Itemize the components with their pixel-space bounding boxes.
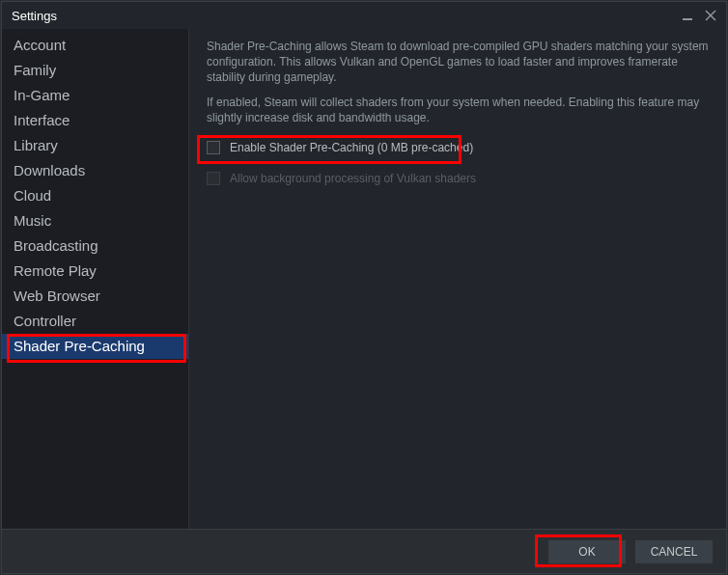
sidebar-item-library[interactable]: Library <box>2 133 188 158</box>
sidebar: Account Family In-Game Interface Library… <box>2 29 189 529</box>
sidebar-item-broadcasting[interactable]: Broadcasting <box>2 233 188 259</box>
svg-rect-0 <box>683 18 692 20</box>
footer: OK CANCEL <box>2 529 726 573</box>
checkbox-background-processing <box>207 172 220 185</box>
sidebar-item-account[interactable]: Account <box>2 33 188 58</box>
sidebar-item-shader-pre-caching[interactable]: Shader Pre-Caching <box>2 334 188 359</box>
close-icon[interactable] <box>703 8 718 23</box>
ok-button[interactable]: OK <box>548 540 626 563</box>
content-pane: Shader Pre-Caching allows Steam to downl… <box>189 29 726 529</box>
sidebar-item-cloud[interactable]: Cloud <box>2 183 188 208</box>
cancel-button[interactable]: CANCEL <box>635 540 713 563</box>
body: Account Family In-Game Interface Library… <box>2 29 726 529</box>
sidebar-item-controller[interactable]: Controller <box>2 309 188 334</box>
description-text-2: If enabled, Steam will collect shaders f… <box>207 95 709 125</box>
sidebar-item-in-game[interactable]: In-Game <box>2 83 188 108</box>
settings-window: Settings Account Family In-Game Interfac… <box>1 1 727 574</box>
sidebar-item-downloads[interactable]: Downloads <box>2 158 188 183</box>
sidebar-item-family[interactable]: Family <box>2 58 188 83</box>
option-background-label: Allow background processing of Vulkan sh… <box>230 172 476 185</box>
option-enable-label: Enable Shader Pre-Caching (0 MB pre-cach… <box>230 141 473 154</box>
sidebar-item-music[interactable]: Music <box>2 208 188 233</box>
sidebar-item-interface[interactable]: Interface <box>2 108 188 133</box>
option-background-row: Allow background processing of Vulkan sh… <box>207 166 709 191</box>
minimize-icon[interactable] <box>680 8 695 23</box>
window-title: Settings <box>12 9 57 23</box>
sidebar-item-web-browser[interactable]: Web Browser <box>2 284 188 309</box>
titlebar: Settings <box>2 2 726 29</box>
description-text-1: Shader Pre-Caching allows Steam to downl… <box>207 39 709 85</box>
window-controls <box>680 8 718 23</box>
checkbox-enable-shader-precaching[interactable] <box>207 141 220 154</box>
sidebar-item-remote-play[interactable]: Remote Play <box>2 259 188 284</box>
option-enable-row[interactable]: Enable Shader Pre-Caching (0 MB pre-cach… <box>207 135 709 160</box>
